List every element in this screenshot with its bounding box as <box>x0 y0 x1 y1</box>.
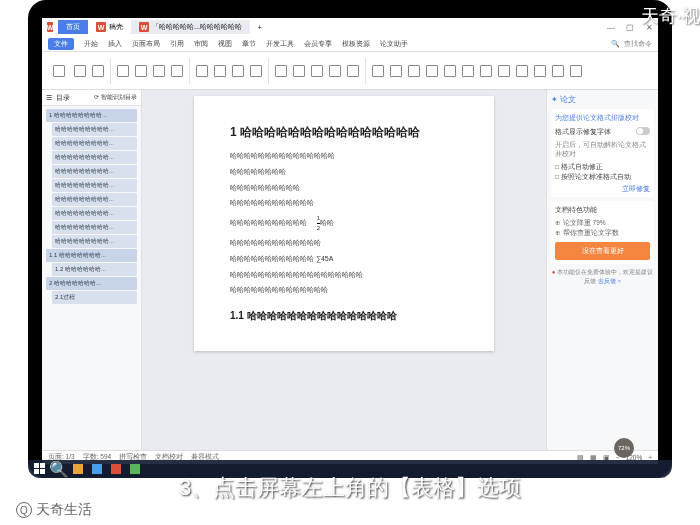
doc-para: 哈哈哈哈哈哈哈哈哈哈哈哈哈哈哈 <box>230 151 458 161</box>
outline-item[interactable]: 1 哈哈哈哈哈哈哈哈... <box>46 109 137 122</box>
toggle-label: 格式显示修复字体 <box>555 128 611 135</box>
ribbon-paste[interactable] <box>48 59 70 83</box>
svg-rect-1 <box>40 463 45 468</box>
ribbon-btn[interactable] <box>133 59 149 83</box>
doc-para: 哈哈哈哈哈哈哈哈哈哈哈 12哈哈 <box>230 214 458 232</box>
outline-item[interactable]: 哈哈哈哈哈哈哈哈哈... <box>52 235 137 248</box>
ribbon-btn[interactable] <box>424 59 440 83</box>
svg-rect-0 <box>34 463 39 468</box>
menu-insert[interactable]: 插入 <box>108 39 122 49</box>
search-icon: 🔍 <box>611 40 620 48</box>
maximize-button[interactable]: ▢ <box>621 20 639 34</box>
ribbon-btn[interactable] <box>514 59 530 83</box>
outline-refresh[interactable]: ⟳ 智能识别目录 <box>94 93 137 102</box>
ribbon-btn[interactable] <box>309 59 325 83</box>
ribbon-btn[interactable] <box>327 59 343 83</box>
document-canvas[interactable]: 1 哈哈哈哈哈哈哈哈哈哈哈哈哈哈哈 哈哈哈哈哈哈哈哈哈哈哈哈哈哈哈 哈哈哈哈哈哈… <box>142 90 546 450</box>
menu-start[interactable]: 开始 <box>84 39 98 49</box>
doc-para: 哈哈哈哈哈哈哈哈 <box>230 167 458 177</box>
menu-layout[interactable]: 页面布局 <box>132 39 160 49</box>
ribbon-copy[interactable] <box>90 59 106 83</box>
ribbon-btn[interactable] <box>345 59 361 83</box>
rpanel-fix-link[interactable]: 立即修复 <box>555 184 650 194</box>
document-page[interactable]: 1 哈哈哈哈哈哈哈哈哈哈哈哈哈哈哈 哈哈哈哈哈哈哈哈哈哈哈哈哈哈哈 哈哈哈哈哈哈… <box>194 96 494 351</box>
rpanel-note: ● 本功能仅在免费体验中，欢迎提建议反馈 去反馈 > <box>551 268 654 286</box>
doc-para: 哈哈哈哈哈哈哈哈哈哈哈哈哈哈 <box>230 285 458 295</box>
ribbon-btn[interactable] <box>194 59 210 83</box>
doc-tab-title: 「哈哈哈哈哈...哈哈哈哈哈哈 <box>152 22 242 32</box>
tab-home[interactable]: 首页 <box>58 20 88 34</box>
tab-new-doc[interactable]: W 稿壳 <box>88 20 131 34</box>
minimize-button[interactable]: — <box>602 20 620 34</box>
menu-vip[interactable]: 会员专享 <box>304 39 332 49</box>
ribbon-btn[interactable] <box>460 59 476 83</box>
rpanel-header: ✦ 论文 <box>551 94 654 105</box>
ribbon-btn[interactable] <box>478 59 494 83</box>
outline-item[interactable]: 哈哈哈哈哈哈哈哈哈... <box>52 123 137 136</box>
outline-header: ☰ 目录 ⟳ 智能识别目录 <box>42 90 141 106</box>
rpanel-link[interactable]: 为您提供论文格式排版校对 <box>555 113 650 123</box>
ribbon-btn[interactable] <box>388 59 404 83</box>
rpanel-cta-button[interactable]: 没在查看更好 <box>555 242 650 261</box>
ribbon-btn[interactable] <box>248 59 264 83</box>
rpanel-box1: 为您提供论文格式排版校对 格式显示修复字体 开启后，可自动解析论文格式并校对 □… <box>551 109 654 197</box>
ribbon-btn[interactable] <box>442 59 458 83</box>
menu-review[interactable]: 审阅 <box>194 39 208 49</box>
rpanel-checkbox2[interactable]: □ 按照论文标准格式自动 <box>555 172 650 182</box>
monitor-frame: W 首页 W 稿壳 W 「哈哈哈哈哈...哈哈哈哈哈哈 + — ▢ ✕ 文件 开… <box>28 0 672 478</box>
ribbon-btn[interactable] <box>273 59 289 83</box>
ribbon-btn[interactable] <box>406 59 422 83</box>
outline-title: 目录 <box>56 93 70 103</box>
outline-item[interactable]: 哈哈哈哈哈哈哈哈哈... <box>52 165 137 178</box>
ribbon-btn[interactable] <box>496 59 512 83</box>
outline-item[interactable]: 1.2 哈哈哈哈哈哈... <box>52 263 137 276</box>
feedback-link[interactable]: 去反馈 > <box>598 278 621 284</box>
outline-list[interactable]: 1 哈哈哈哈哈哈哈哈...哈哈哈哈哈哈哈哈哈...哈哈哈哈哈哈哈哈哈...哈哈哈… <box>42 106 141 450</box>
logo-icon: Q <box>16 502 32 518</box>
outline-item[interactable]: 2.1过程 <box>52 291 137 304</box>
ribbon-btn[interactable] <box>169 59 185 83</box>
ribbon-btn[interactable] <box>212 59 228 83</box>
outline-item[interactable]: 2 哈哈哈哈哈哈哈... <box>46 277 137 290</box>
ribbon-btn[interactable] <box>151 59 167 83</box>
ribbon-btn[interactable] <box>370 59 386 83</box>
menu-view[interactable]: 视图 <box>218 39 232 49</box>
outline-item[interactable]: 哈哈哈哈哈哈哈哈哈... <box>52 137 137 150</box>
ribbon-btn[interactable] <box>230 59 246 83</box>
ribbon-btn[interactable] <box>550 59 566 83</box>
doc-h2: 1.1 哈哈哈哈哈哈哈哈哈哈哈哈哈哈哈 <box>230 309 458 323</box>
menu-devtools[interactable]: 开发工具 <box>266 39 294 49</box>
menu-file[interactable]: 文件 <box>48 38 74 50</box>
tab-document[interactable]: W 「哈哈哈哈哈...哈哈哈哈哈哈 <box>131 20 250 34</box>
menu-reference[interactable]: 引用 <box>170 39 184 49</box>
menu-template[interactable]: 模板资源 <box>342 39 370 49</box>
zoom-badge[interactable]: 72% <box>614 438 634 458</box>
outline-panel: ☰ 目录 ⟳ 智能识别目录 1 哈哈哈哈哈哈哈哈...哈哈哈哈哈哈哈哈哈...哈… <box>42 90 142 450</box>
wps-logo[interactable]: W <box>42 20 58 34</box>
menu-paper[interactable]: 论文助手 <box>380 39 408 49</box>
doc-para: 哈哈哈哈哈哈哈哈哈哈哈哈 <box>230 198 458 208</box>
toggle-switch[interactable] <box>636 127 650 135</box>
outline-item[interactable]: 哈哈哈哈哈哈哈哈哈... <box>52 179 137 192</box>
rpanel-feat2[interactable]: ⊕ 帮你查重论文字数 <box>555 228 650 238</box>
outline-item[interactable]: 哈哈哈哈哈哈哈哈哈... <box>52 193 137 206</box>
command-search[interactable]: 🔍 查找命令 <box>611 39 652 49</box>
right-panel: ✦ 论文 为您提供论文格式排版校对 格式显示修复字体 开启后，可自动解析论文格式… <box>546 90 658 450</box>
rpanel-feat1[interactable]: ⊕ 论文降重 79% <box>555 218 650 228</box>
ribbon-btn[interactable] <box>291 59 307 83</box>
titlebar: W 首页 W 稿壳 W 「哈哈哈哈哈...哈哈哈哈哈哈 + — ▢ ✕ <box>42 18 658 36</box>
ribbon-btn[interactable] <box>568 59 584 83</box>
doc-para: 哈哈哈哈哈哈哈哈哈哈哈哈 ∑45A <box>230 254 458 264</box>
outline-item[interactable]: 哈哈哈哈哈哈哈哈哈... <box>52 207 137 220</box>
outline-item[interactable]: 哈哈哈哈哈哈哈哈哈... <box>52 221 137 234</box>
tab-add[interactable]: + <box>250 22 270 33</box>
outline-item[interactable]: 1.1 哈哈哈哈哈哈哈... <box>46 249 137 262</box>
ribbon-btn[interactable] <box>115 59 131 83</box>
outline-item[interactable]: 哈哈哈哈哈哈哈哈哈... <box>52 151 137 164</box>
doc-para: 哈哈哈哈哈哈哈哈哈哈哈哈哈哈哈哈哈哈哈 <box>230 270 458 280</box>
ribbon-cut[interactable] <box>72 59 88 83</box>
ribbon <box>42 52 658 90</box>
menu-section[interactable]: 章节 <box>242 39 256 49</box>
rpanel-checkbox1[interactable]: □ 格式自动修正 <box>555 162 650 172</box>
ribbon-btn[interactable] <box>532 59 548 83</box>
